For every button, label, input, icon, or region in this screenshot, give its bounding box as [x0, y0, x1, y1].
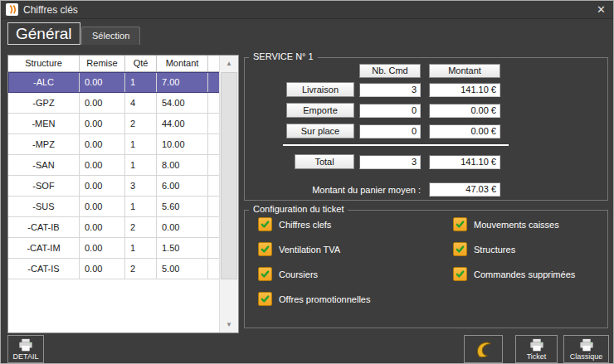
table-row[interactable]: -CAT-IM0.0011.50 — [8, 238, 238, 259]
column-header-remise[interactable]: Remise — [80, 56, 125, 71]
service-amount-field: 0.00 € — [429, 104, 500, 118]
table-row[interactable]: -SUS0.0015.60 — [8, 197, 238, 217]
gold-swoosh-icon — [472, 338, 495, 361]
checkbox-label: Offres promotionnelles — [279, 294, 370, 304]
table-cell: 0.00 — [80, 197, 125, 216]
table-row[interactable]: -SOF0.0036.00 — [8, 176, 238, 197]
table-cell: 5.00 — [157, 259, 208, 279]
table-cell: -MEN — [8, 114, 80, 133]
service-count-field: 0 — [359, 124, 421, 138]
checkbox-checked-icon[interactable] — [453, 267, 467, 281]
table-cell: 8.00 — [157, 155, 208, 175]
structure-table-body: -ALC0.0017.00-GPZ0.00454.00-MEN0.00244.0… — [8, 72, 238, 279]
table-cell: 1.50 — [157, 238, 208, 258]
printer-icon — [577, 338, 597, 352]
table-cell: 0.00 — [80, 238, 125, 258]
table-cell: 10.00 — [157, 134, 208, 154]
checkbox-checked-icon[interactable] — [453, 217, 467, 231]
total-count-field: 3 — [359, 155, 421, 169]
table-cell: 1 — [125, 155, 157, 175]
service-row-label: Livraison — [286, 82, 354, 97]
table-cell: 2 — [125, 217, 157, 237]
column-header-structure[interactable]: Structure — [8, 56, 80, 71]
table-row[interactable]: -MPZ0.00110.00 — [8, 134, 238, 155]
table-cell: -CAT-IM — [8, 238, 80, 258]
service-groupbox: SERVICE N° 1 Nb. Cmd Montant Livraison31… — [244, 57, 608, 201]
montant-header: Montant — [429, 64, 500, 78]
print-detail-button[interactable]: DETAIL — [7, 335, 44, 363]
service-amount-field: 141.10 € — [429, 83, 500, 97]
scroll-up-icon[interactable]: ▲ — [220, 56, 238, 71]
table-cell: 2 — [125, 114, 157, 133]
chiffres-cles-window: Chiffres clés ✕ Général Sélection Struct… — [0, 0, 614, 364]
ticket-config-title: Configuration du ticket — [249, 204, 348, 214]
table-cell: 0.00 — [80, 217, 125, 237]
nb-cmd-header: Nb. Cmd — [359, 64, 421, 78]
basket-average-label: Montant du panier moyen : — [245, 185, 421, 195]
table-cell: 0.00 — [80, 259, 125, 279]
table-cell: 0.00 — [80, 72, 125, 92]
ticket-config-groupbox: Configuration du ticket Chiffres clefsVe… — [244, 210, 608, 328]
table-cell: 44.00 — [157, 114, 208, 133]
table-cell: 0.00 — [80, 176, 125, 196]
table-row[interactable]: -CAT-IB0.0020.00 — [8, 217, 238, 238]
service-row-label: Emporte — [286, 103, 354, 118]
scrollbar-thumb[interactable] — [221, 72, 237, 279]
table-cell: 2 — [125, 259, 157, 279]
column-header-montant[interactable]: Montant — [157, 56, 208, 71]
checkbox-checked-icon[interactable] — [258, 242, 272, 256]
service-row-label: Sur place — [286, 124, 354, 138]
table-cell: 3 — [125, 176, 157, 196]
ticket-option: Ventilation TVA — [258, 242, 340, 256]
table-cell: -SUS — [8, 197, 80, 216]
print-classique-button[interactable]: Classique — [563, 335, 609, 363]
checkbox-checked-icon[interactable] — [453, 242, 467, 256]
close-icon[interactable]: ✕ — [597, 1, 606, 18]
column-header-qte[interactable]: Qté — [125, 56, 157, 71]
table-scrollbar[interactable]: ▲ ▼ — [219, 56, 238, 332]
printer-icon — [16, 338, 36, 352]
ticket-option: Offres promotionnelles — [258, 292, 370, 306]
table-row[interactable]: -ALC0.0017.00 — [8, 72, 238, 93]
app-logo-icon — [6, 3, 18, 16]
tab-selection[interactable]: Sélection — [81, 27, 140, 45]
total-amount-field: 141.10 € — [429, 155, 500, 169]
basket-average-field: 47.03 € — [429, 182, 500, 197]
print-ticket-button[interactable]: Ticket — [515, 335, 558, 363]
table-header: Structure Remise Qté Montant — [8, 56, 238, 72]
checkbox-checked-icon[interactable] — [258, 267, 272, 281]
table-row[interactable]: -CAT-IS0.0025.00 — [8, 259, 238, 279]
table-cell: 5.60 — [157, 197, 208, 216]
print-ticket-label: Ticket — [527, 352, 547, 361]
undo-button[interactable] — [464, 335, 503, 363]
table-cell: 1 — [125, 238, 157, 258]
print-detail-label: DETAIL — [13, 352, 39, 361]
printer-icon — [527, 338, 547, 352]
checkbox-label: Commandes supprimées — [474, 269, 575, 279]
print-classique-label: Classique — [570, 352, 603, 361]
table-cell: -MPZ — [8, 134, 80, 154]
total-label: Total — [295, 154, 354, 169]
checkbox-label: Chiffres clefs — [279, 220, 331, 230]
service-amount-field: 0.00 € — [429, 124, 500, 138]
checkbox-label: Ventilation TVA — [279, 245, 340, 255]
checkbox-checked-icon[interactable] — [258, 217, 272, 231]
table-cell: 0.00 — [80, 93, 125, 113]
table-cell: 0.00 — [80, 134, 125, 154]
checkbox-checked-icon[interactable] — [258, 292, 272, 306]
tab-general[interactable]: Général — [7, 22, 80, 45]
service-count-field: 0 — [359, 104, 421, 118]
table-row[interactable]: -MEN0.00244.00 — [8, 114, 238, 134]
table-row[interactable]: -GPZ0.00454.00 — [8, 93, 238, 114]
ticket-option: Commandes supprimées — [453, 267, 575, 281]
table-cell: -SOF — [8, 176, 80, 196]
ticket-option: Chiffres clefs — [258, 217, 331, 231]
table-cell: 4 — [125, 93, 157, 113]
scroll-down-icon[interactable]: ▼ — [220, 317, 238, 332]
table-cell: 1 — [125, 134, 157, 154]
table-row[interactable]: -SAN0.0018.00 — [8, 155, 238, 176]
structure-table: Structure Remise Qté Montant -ALC0.0017.… — [7, 55, 239, 333]
table-cell: -SAN — [8, 155, 80, 175]
service-count-field: 3 — [359, 83, 421, 97]
table-cell: -GPZ — [8, 93, 80, 113]
